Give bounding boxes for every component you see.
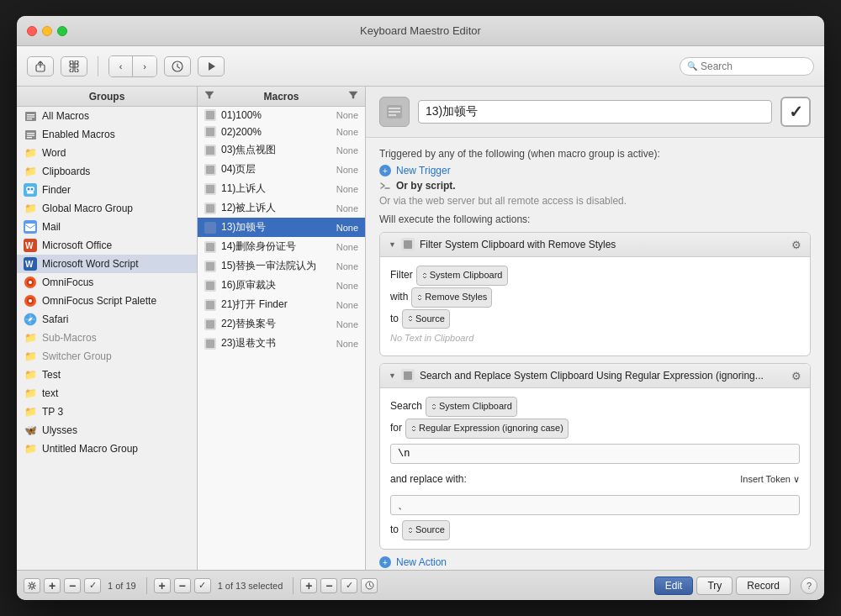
enable-checkmark-button[interactable]: ✓	[780, 97, 811, 127]
group-item-omnifocus[interactable]: OmniFocus	[17, 273, 197, 292]
edit-button[interactable]: Edit	[654, 577, 694, 595]
toolbar-separator-1	[98, 56, 98, 76]
search-action-gear-icon[interactable]: ⚙	[791, 370, 801, 382]
group-item-all-macros[interactable]: All Macros	[17, 107, 197, 125]
back-button[interactable]: ‹	[109, 56, 133, 76]
maximize-button[interactable]	[57, 26, 67, 36]
filter-with-select[interactable]: Remove Styles	[411, 287, 492, 308]
macro-item-6[interactable]: 13)加顿号 None	[198, 218, 365, 237]
group-label: Clipboards	[42, 166, 90, 177]
groups-check-button[interactable]: ✓	[84, 578, 101, 593]
svg-rect-45	[206, 320, 214, 329]
groups-add-button[interactable]: +	[44, 578, 61, 593]
group-item-finder[interactable]: Finder	[17, 181, 197, 199]
svg-rect-4	[27, 114, 34, 115]
new-trigger-label[interactable]: New Trigger	[396, 165, 451, 176]
groups-settings-button[interactable]	[24, 578, 40, 593]
group-item-tp3[interactable]: 📁 TP 3	[17, 403, 197, 421]
filter-to-select[interactable]: Source	[402, 309, 450, 329]
svg-rect-6	[27, 118, 32, 119]
macro-name: 12)被上诉人	[221, 201, 331, 215]
record-button[interactable]: Record	[736, 577, 791, 595]
filter-source-select[interactable]: System Clipboard	[416, 266, 508, 286]
actions-clock-button[interactable]	[361, 578, 378, 593]
macros-add-button[interactable]: +	[154, 578, 171, 593]
filter-action-chevron[interactable]: ▼	[389, 240, 396, 249]
macro-item-10[interactable]: 21)打开 Finder None	[198, 295, 365, 314]
replace-value-input[interactable]	[390, 495, 800, 515]
group-item-global-macro[interactable]: 📁 Global Macro Group	[17, 199, 197, 218]
group-label: All Macros	[42, 110, 89, 122]
arrows-icon	[407, 527, 414, 534]
actions-add-button[interactable]: +	[300, 578, 317, 593]
macro-item-7[interactable]: 14)删除身份证号 None	[198, 237, 365, 256]
macro-item-9[interactable]: 16)原审裁决 None	[198, 276, 365, 295]
macro-name: 01)100%	[221, 109, 331, 121]
macros-check-button[interactable]: ✓	[194, 578, 211, 593]
actions-check-button[interactable]: ✓	[341, 578, 357, 593]
replace-to-select[interactable]: Source	[402, 520, 450, 540]
new-action-label[interactable]: New Action	[396, 556, 447, 568]
macro-item-11[interactable]: 22)替换案号 None	[198, 314, 365, 334]
group-item-microsoft-office[interactable]: W Microsoft Office	[17, 236, 197, 255]
group-item-omnifocus-palette[interactable]: OmniFocus Script Palette	[17, 292, 197, 310]
group-item-untitled[interactable]: 📁 Untitled Macro Group	[17, 440, 197, 458]
actions-section: Will execute the following actions: ▼ Fi…	[379, 213, 811, 568]
macro-item-8[interactable]: 15)替换一审法院认为 None	[198, 256, 365, 276]
macro-item-2[interactable]: 03)焦点视图 None	[198, 140, 365, 160]
clock-button[interactable]	[164, 56, 191, 76]
action-card-search-header: ▼ Search and Replace System Clipboard Us…	[380, 364, 810, 388]
try-button[interactable]: Try	[696, 577, 733, 595]
search-source-select[interactable]: System Clipboard	[426, 397, 517, 417]
group-label: Microsoft Office	[42, 240, 112, 251]
group-item-ulysses[interactable]: 🦋 Ulysses	[17, 421, 197, 440]
svg-point-28	[29, 299, 32, 303]
search-action-chevron[interactable]: ▼	[389, 371, 396, 380]
close-button[interactable]	[27, 26, 37, 36]
add-action-button[interactable]: +	[379, 556, 391, 568]
share-button[interactable]	[27, 56, 54, 76]
groups-remove-button[interactable]: −	[64, 578, 81, 593]
macro-item-3[interactable]: 04)页层 None	[198, 160, 365, 179]
group-item-clipboards[interactable]: 📁 Clipboards	[17, 162, 197, 181]
search-input[interactable]	[701, 61, 807, 72]
macro-item-12[interactable]: 23)退巷文书 None	[198, 334, 365, 353]
groups-panel-header: Groups	[17, 87, 197, 107]
search-action-body: Search System Clipboard for R	[380, 388, 810, 549]
play-button[interactable]	[198, 56, 225, 76]
search-value-input[interactable]	[390, 444, 800, 464]
macro-item-4[interactable]: 11)上诉人 None	[198, 179, 365, 198]
filter-right-icon[interactable]	[348, 90, 358, 103]
filter-action-gear-icon[interactable]: ⚙	[791, 239, 801, 251]
group-item-text[interactable]: 📁 text	[17, 384, 197, 403]
group-item-microsoft-word-script[interactable]: W Microsoft Word Script	[17, 255, 197, 273]
minimize-button[interactable]	[42, 26, 52, 36]
cmd-button[interactable]	[61, 56, 87, 76]
svg-rect-18	[25, 224, 35, 231]
group-item-mail[interactable]: Mail	[17, 218, 197, 236]
group-item-safari[interactable]: Safari	[17, 310, 197, 329]
arrows-icon	[410, 425, 417, 432]
forward-button[interactable]: ›	[133, 56, 156, 76]
main-content: Groups All Macros Enabled Macros 📁 W	[17, 87, 824, 570]
macro-name: 02)200%	[221, 126, 331, 138]
group-item-switcher[interactable]: 📁 Switcher Group	[17, 347, 197, 366]
svg-rect-42	[206, 262, 214, 271]
macro-item-0[interactable]: 01)100% None	[198, 107, 365, 124]
group-item-test[interactable]: 📁 Test	[17, 366, 197, 384]
svg-rect-16	[27, 192, 34, 194]
macro-name-input[interactable]	[418, 100, 772, 124]
insert-token-button[interactable]: Insert Token ∨	[740, 471, 800, 488]
for-type-select[interactable]: Regular Expression (ignoring case)	[405, 419, 569, 439]
help-button[interactable]: ?	[801, 577, 817, 594]
macro-item-1[interactable]: 02)200% None	[198, 124, 365, 140]
or-web-label: Or via the web server but all remote acc…	[379, 195, 627, 207]
group-item-word[interactable]: 📁 Word	[17, 144, 197, 162]
macros-remove-button[interactable]: −	[174, 578, 191, 593]
add-trigger-button[interactable]: +	[379, 165, 391, 176]
group-item-sub-macros[interactable]: 📁 Sub-Macros	[17, 329, 197, 347]
macro-item-5[interactable]: 12)被上诉人 None	[198, 198, 365, 218]
group-item-enabled-macros[interactable]: Enabled Macros	[17, 125, 197, 144]
or-script-label: Or by script.	[396, 180, 456, 192]
actions-remove-button[interactable]: −	[320, 578, 337, 593]
